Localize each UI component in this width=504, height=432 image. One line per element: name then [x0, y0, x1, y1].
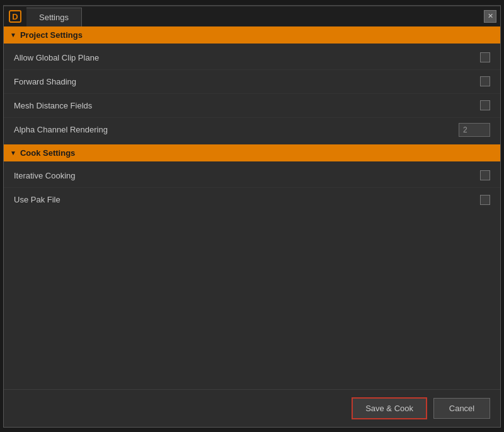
cook-settings-label: Cook Settings [20, 148, 75, 158]
cook-settings-header[interactable]: ▼ Cook Settings [4, 144, 500, 161]
save-cook-button[interactable]: Save & Cook [352, 397, 427, 419]
app-icon: D [4, 6, 26, 26]
forward-shading-row: Forward Shading [4, 70, 500, 94]
iterative-cooking-checkbox[interactable] [480, 170, 490, 180]
mesh-distance-fields-label: Mesh Distance Fields [14, 101, 480, 110]
iterative-cooking-label: Iterative Cooking [14, 171, 480, 180]
content-area: ▼ Project Settings Allow Global Clip Pla… [4, 26, 500, 427]
forward-shading-checkbox[interactable] [480, 76, 490, 86]
mesh-distance-fields-checkbox[interactable] [480, 100, 490, 110]
project-settings-body: Allow Global Clip Plane Forward Shading [4, 44, 500, 144]
use-pak-file-control [480, 195, 490, 205]
close-button[interactable]: ✕ [484, 10, 496, 23]
svg-text:D: D [12, 12, 18, 21]
settings-window: D Settings ✕ ▼ Project Settings Allow Gl… [3, 5, 501, 428]
title-bar: D Settings ✕ [4, 6, 500, 26]
iterative-cooking-row: Iterative Cooking [4, 164, 500, 188]
forward-shading-label: Forward Shading [14, 77, 480, 86]
collapse-arrow-cook: ▼ [10, 149, 16, 156]
mesh-distance-fields-row: Mesh Distance Fields [4, 94, 500, 118]
allow-global-clip-plane-checkbox[interactable] [480, 52, 490, 62]
collapse-arrow-project: ▼ [10, 32, 16, 38]
mesh-distance-fields-control [480, 100, 490, 110]
allow-global-clip-plane-row: Allow Global Clip Plane [4, 46, 500, 70]
footer: Save & Cook Cancel [4, 389, 500, 427]
iterative-cooking-control [480, 170, 490, 180]
alpha-channel-rendering-label: Alpha Channel Rendering [14, 125, 459, 134]
cook-settings-body: Iterative Cooking Use Pak File [4, 161, 500, 214]
project-settings-label: Project Settings [20, 30, 83, 40]
use-pak-file-checkbox[interactable] [480, 195, 490, 205]
sections-container: ▼ Project Settings Allow Global Clip Pla… [4, 26, 500, 389]
use-pak-file-label: Use Pak File [14, 195, 480, 204]
window-title: Settings [39, 13, 69, 22]
forward-shading-control [480, 76, 490, 86]
allow-global-clip-plane-label: Allow Global Clip Plane [14, 53, 480, 62]
alpha-channel-rendering-input[interactable] [459, 123, 490, 137]
project-settings-header[interactable]: ▼ Project Settings [4, 26, 500, 44]
cook-settings-section: ▼ Cook Settings Iterative Cooking Use Pa… [4, 144, 500, 214]
cancel-button[interactable]: Cancel [433, 398, 490, 419]
allow-global-clip-plane-control [480, 52, 490, 62]
alpha-channel-rendering-row: Alpha Channel Rendering [4, 118, 500, 142]
project-settings-section: ▼ Project Settings Allow Global Clip Pla… [4, 26, 500, 144]
use-pak-file-row: Use Pak File [4, 188, 500, 212]
alpha-channel-rendering-control [459, 123, 490, 137]
title-tab: Settings [26, 8, 82, 26]
